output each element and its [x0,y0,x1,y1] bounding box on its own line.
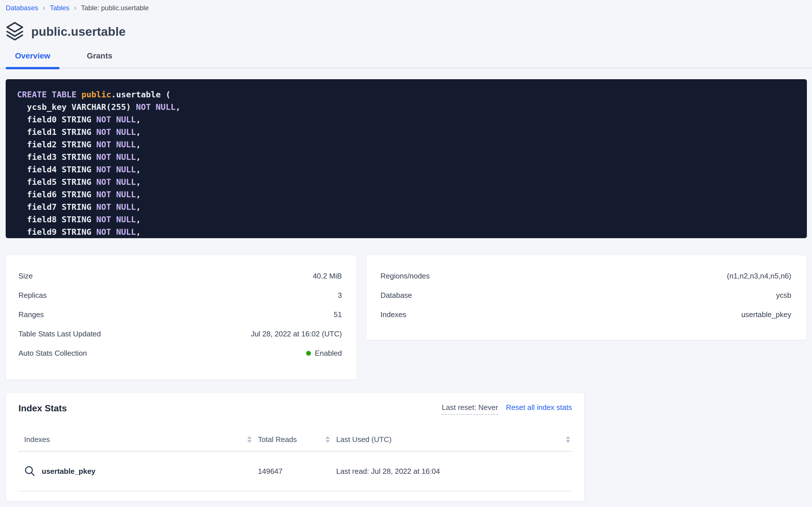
table-summary-card: Size40.2 MiBReplicas3Ranges51Table Stats… [6,255,357,380]
summary-value: 40.2 MiB [313,272,342,280]
sql-code-line: field4 STRING NOT NULL, [17,163,796,176]
index-table-header: Indexes Total Reads Last Used (UTC) [18,428,572,452]
column-header-label: Last Used (UTC) [336,435,391,444]
sql-code-line: field2 STRING NOT NULL, [17,138,796,151]
summary-row: Auto Stats CollectionEnabled [18,343,342,363]
index-stats-actions: Last reset: Never Reset all index stats [442,403,572,415]
tabs-bar: Overview Grants [0,51,812,68]
last-used-cell: Last read: Jul 28, 2022 at 16:04 [330,467,572,476]
search-icon [24,465,36,477]
summary-value: (n1,n2,n3,n4,n5,n6) [727,272,791,280]
page-title-row: public.usertable [0,21,812,42]
tab-overview[interactable]: Overview [6,51,60,68]
sort-icon[interactable] [247,436,252,443]
summary-label: Database [380,291,412,300]
sql-code-line: field5 STRING NOT NULL, [17,176,796,188]
index-stats-card: Index Stats Last reset: Never Reset all … [6,393,584,501]
sort-icon[interactable] [325,436,330,443]
table-row[interactable]: usertable_pkey149647Last read: Jul 28, 2… [18,452,572,491]
table-details-page: Databases › Tables › Table: public.usert… [0,0,812,507]
column-header-label: Indexes [24,435,50,444]
index-stats-header: Index Stats Last reset: Never Reset all … [18,403,572,415]
summary-row: Ranges51 [18,305,342,324]
breadcrumb-current: Table: public.usertable [81,4,149,12]
reset-all-index-stats-link[interactable]: Reset all index stats [506,403,572,412]
index-name-cell[interactable]: usertable_pkey [18,465,252,477]
stack-layers-icon [6,21,24,42]
summary-label: Regions/nodes [380,272,430,280]
sql-code-line: CREATE TABLE public.usertable ( [17,88,796,101]
summary-cards-row: Size40.2 MiBReplicas3Ranges51Table Stats… [6,255,807,380]
sql-code-line: field6 STRING NOT NULL, [17,188,796,201]
summary-label: Auto Stats Collection [18,349,87,358]
column-header-last-used[interactable]: Last Used (UTC) [330,435,572,444]
sql-code-line: field9 STRING NOT NULL, [17,226,796,238]
summary-row: Size40.2 MiB [18,266,342,286]
breadcrumb: Databases › Tables › Table: public.usert… [0,0,812,12]
index-name[interactable]: usertable_pkey [42,467,95,476]
column-header-indexes[interactable]: Indexes [18,435,252,444]
sql-code-line: field1 STRING NOT NULL, [17,126,796,138]
breadcrumb-link-databases[interactable]: Databases [6,4,38,12]
summary-row: Replicas3 [18,286,342,305]
summary-value: Jul 28, 2022 at 16:02 (UTC) [251,330,342,338]
summary-label: Size [18,272,33,280]
summary-label: Replicas [18,291,47,300]
index-table-body: usertable_pkey149647Last read: Jul 28, 2… [18,452,572,491]
summary-row: Regions/nodes(n1,n2,n3,n4,n5,n6) [380,266,791,286]
breadcrumb-link-tables[interactable]: Tables [50,4,69,12]
page-title: public.usertable [31,25,126,39]
sql-code-line: field7 STRING NOT NULL, [17,201,796,213]
summary-row: Table Stats Last UpdatedJul 28, 2022 at … [18,324,342,343]
sql-code-line: field3 STRING NOT NULL, [17,151,796,163]
summary-value: 3 [338,291,342,300]
breadcrumb-separator: › [74,3,77,12]
sql-code-line: field0 STRING NOT NULL, [17,113,796,126]
summary-label: Indexes [380,310,406,319]
summary-value: ycsb [776,291,791,300]
index-stats-title: Index Stats [18,403,67,413]
summary-label: Ranges [18,310,44,319]
status-dot-enabled [306,351,311,356]
regions-summary-card: Regions/nodes(n1,n2,n3,n4,n5,n6)Database… [366,255,807,340]
summary-value: Enabled [306,349,342,358]
summary-row: Databaseycsb [380,286,791,305]
create-table-sql-block: CREATE TABLE public.usertable ( ycsb_key… [6,79,807,238]
sql-code-line: ycsb_key VARCHAR(255) NOT NULL, [17,101,796,113]
breadcrumb-separator: › [43,3,45,12]
tab-grants[interactable]: Grants [73,51,127,68]
summary-row: Indexesusertable_pkey [380,305,791,324]
sort-icon[interactable] [566,436,570,443]
column-header-label: Total Reads [258,435,297,444]
sql-code-line: field8 STRING NOT NULL, [17,213,796,226]
summary-value: 51 [334,310,342,319]
summary-value: usertable_pkey [741,310,791,319]
total-reads-cell: 149647 [252,467,330,476]
last-reset-label[interactable]: Last reset: Never [442,403,498,415]
column-header-total-reads[interactable]: Total Reads [252,435,330,444]
summary-label: Table Stats Last Updated [18,330,101,338]
